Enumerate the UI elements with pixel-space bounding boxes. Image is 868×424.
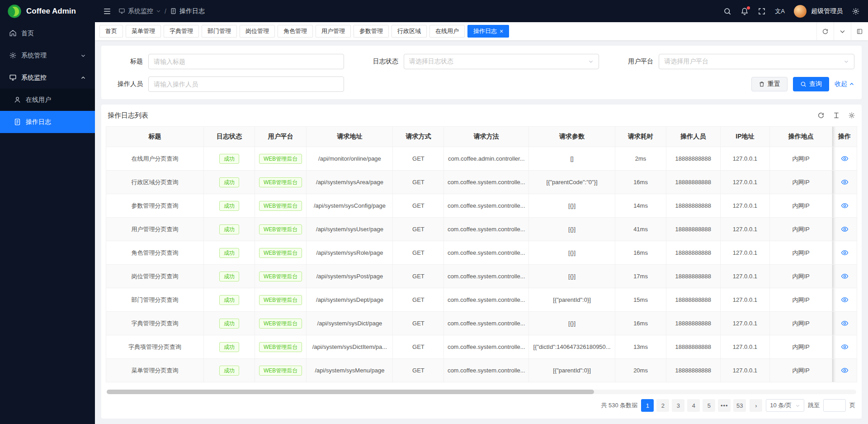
- horizontal-scrollbar[interactable]: [107, 390, 856, 394]
- platform-tag: WEB管理后台: [259, 177, 302, 187]
- tab-item[interactable]: 在线用户: [429, 25, 465, 38]
- cell: 内网IP: [770, 359, 832, 382]
- platform-tag: WEB管理后台: [259, 224, 302, 234]
- view-detail-eye-icon[interactable]: [841, 178, 849, 186]
- next-page-button[interactable]: ›: [750, 399, 762, 412]
- column-header: IP地址: [720, 127, 770, 147]
- cell: 18888888888: [666, 171, 721, 194]
- fullscreen-icon[interactable]: [758, 7, 766, 15]
- page-button-4[interactable]: 4: [687, 399, 700, 412]
- sidebar-item-system-monitor[interactable]: 系统监控: [0, 67, 95, 89]
- content-fullscreen-icon[interactable]: [851, 22, 868, 40]
- view-detail-eye-icon[interactable]: [841, 272, 849, 280]
- jump-page-input[interactable]: [823, 399, 846, 412]
- tab-item[interactable]: 参数管理: [354, 25, 389, 38]
- page-button-5[interactable]: 5: [703, 399, 715, 412]
- tab-label: 操作日志: [473, 27, 497, 35]
- sidebar-item-online-users[interactable]: 在线用户: [0, 89, 95, 111]
- breadcrumb-section[interactable]: 系统监控: [118, 7, 161, 15]
- view-detail-eye-icon[interactable]: [841, 296, 849, 304]
- reset-button[interactable]: 重置: [751, 77, 788, 91]
- list-title: 操作日志列表: [108, 111, 148, 120]
- tab-item[interactable]: 行政区域: [392, 25, 427, 38]
- page-button-1[interactable]: 1: [641, 399, 654, 412]
- sidebar-item-operation-log[interactable]: 操作日志: [0, 111, 95, 133]
- logo[interactable]: Coffee Admin: [0, 0, 95, 22]
- sidebar-item-system-management[interactable]: 系统管理: [0, 44, 95, 67]
- translate-icon[interactable]: 文A: [775, 8, 785, 14]
- tab-close-icon[interactable]: ×: [500, 28, 503, 34]
- tab-item[interactable]: 用户管理: [316, 25, 351, 38]
- title-input[interactable]: [148, 54, 344, 69]
- sidebar-submenu: 在线用户 操作日志: [0, 89, 95, 133]
- platform-select-placeholder: 请选择用户平台: [664, 57, 708, 66]
- cell: 18888888888: [666, 147, 721, 171]
- username[interactable]: 超级管理员: [811, 7, 843, 15]
- sidebar-item-home[interactable]: 首页: [0, 22, 95, 44]
- search-button[interactable]: 查询: [793, 77, 829, 91]
- view-detail-eye-icon[interactable]: [841, 367, 849, 374]
- view-detail-eye-icon[interactable]: [841, 249, 849, 257]
- log-table: 标题日志状态用户平台请求地址请求方式请求方法请求参数请求耗时操作人员IP地址操作…: [106, 126, 857, 382]
- notification-bell-icon[interactable]: [741, 7, 749, 15]
- collapse-toggle[interactable]: 收起: [835, 80, 854, 88]
- cell: com.coffee.system.controlle...: [444, 171, 529, 194]
- platform-cell: WEB管理后台: [255, 171, 307, 194]
- chevron-up-icon: [849, 81, 854, 87]
- table-row: 参数管理分页查询成功WEB管理后台/api/system/sysConfig/p…: [106, 194, 857, 218]
- tab-item[interactable]: 部门管理: [202, 25, 237, 38]
- chevron-down-icon[interactable]: [834, 22, 851, 40]
- breadcrumb-section-label: 系统监控: [128, 7, 153, 15]
- platform-tag: WEB管理后台: [259, 342, 302, 352]
- action-cell: [832, 335, 857, 359]
- view-detail-eye-icon[interactable]: [841, 319, 849, 327]
- tab-item[interactable]: 字典管理: [164, 25, 199, 38]
- cell: 18888888888: [666, 312, 721, 335]
- column-settings-gear-icon[interactable]: [848, 112, 855, 119]
- more-pages-button[interactable]: •••: [718, 399, 731, 412]
- sidebar: Coffee Admin 首页 系统管理 系统监控 在线用户: [0, 0, 95, 424]
- page-button-2[interactable]: 2: [656, 399, 669, 412]
- notification-badge: [747, 6, 750, 10]
- sidebar-item-label: 首页: [21, 29, 34, 38]
- page-button-53[interactable]: 53: [733, 399, 746, 412]
- menu-fold-icon[interactable]: [103, 7, 111, 15]
- density-icon[interactable]: [833, 112, 840, 119]
- view-detail-eye-icon[interactable]: [841, 155, 849, 162]
- sidebar-item-label: 系统监控: [21, 74, 47, 82]
- tab-item[interactable]: 操作日志×: [467, 25, 509, 38]
- view-detail-eye-icon[interactable]: [841, 343, 849, 351]
- cell: [{}]: [529, 241, 615, 265]
- page-button-3[interactable]: 3: [672, 399, 684, 412]
- search-icon[interactable]: [723, 7, 731, 15]
- tab-label: 在线用户: [435, 27, 459, 35]
- cell: 字典项管理分页查询: [106, 335, 204, 359]
- operator-label: 操作人员: [108, 80, 143, 88]
- cell: 2ms: [615, 147, 666, 171]
- refresh-icon[interactable]: [817, 112, 825, 119]
- cell: 内网IP: [770, 288, 832, 312]
- platform-cell: WEB管理后台: [255, 288, 307, 312]
- refresh-icon[interactable]: [816, 22, 834, 40]
- platform-select[interactable]: 请选择用户平台: [659, 54, 854, 69]
- view-detail-eye-icon[interactable]: [841, 225, 849, 233]
- status-select[interactable]: 请选择日志状态: [404, 54, 599, 69]
- top-header: 系统监控 / 操作日志 文: [95, 0, 868, 22]
- view-detail-eye-icon[interactable]: [841, 202, 849, 210]
- tab-item[interactable]: 岗位管理: [240, 25, 275, 38]
- avatar[interactable]: [794, 5, 807, 18]
- page-size-select[interactable]: 10 条/页: [766, 399, 804, 412]
- tab-item[interactable]: 首页: [99, 25, 123, 38]
- cell: GET: [393, 194, 444, 218]
- cell: com.coffee.system.controlle...: [444, 241, 529, 265]
- tab-item[interactable]: 角色管理: [278, 25, 313, 38]
- operator-input[interactable]: [148, 76, 344, 92]
- column-header: 用户平台: [255, 127, 307, 147]
- column-header: 操作人员: [666, 127, 721, 147]
- settings-gear-icon[interactable]: [852, 7, 860, 15]
- status-tag: 成功: [219, 342, 239, 352]
- status-cell: 成功: [203, 312, 255, 335]
- scrollbar-thumb[interactable]: [107, 390, 594, 394]
- tab-item[interactable]: 菜单管理: [126, 25, 161, 38]
- jump-prefix-label: 跳至: [808, 401, 820, 410]
